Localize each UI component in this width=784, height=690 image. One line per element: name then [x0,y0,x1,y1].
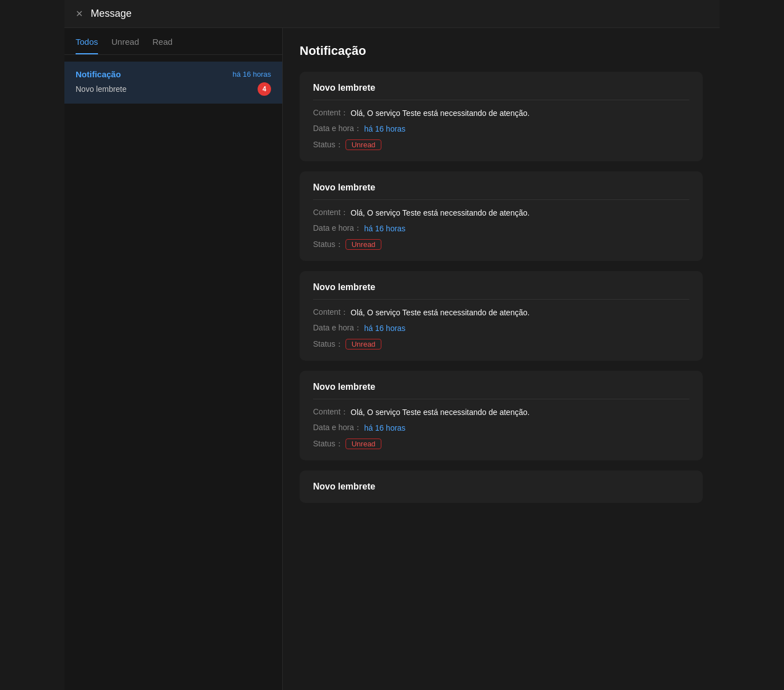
card-3-status-label: Status： [313,339,343,349]
window-title: Message [91,8,132,20]
tab-read[interactable]: Read [152,37,172,54]
main-layout: Todos Unread Read Notificação há 16 hora… [64,28,720,690]
sidebar: Todos Unread Read Notificação há 16 hora… [64,28,283,690]
notification-card-3: Novo lembrete Content： Olá, O serviço Te… [300,271,703,361]
card-4-content-field: Content： Olá, O serviço Teste está neces… [313,407,689,417]
notification-card-partial: Novo lembrete [300,470,703,503]
card-2-content-value: Olá, O serviço Teste está necessitando d… [351,208,530,217]
card-3-content-field: Content： Olá, O serviço Teste está neces… [313,307,689,318]
card-1-content-field: Content： Olá, O serviço Teste está neces… [313,108,689,118]
card-3-content-value: Olá, O serviço Teste está necessitando d… [351,308,530,317]
unread-badge: 4 [258,82,271,96]
card-2-content-field: Content： Olá, O serviço Teste está neces… [313,208,689,218]
sidebar-item-header: Notificação há 16 horas [76,69,271,79]
tab-unread[interactable]: Unread [111,37,139,54]
card-4-date-label: Data e hora： [313,423,362,433]
title-bar: ✕ Message [64,0,720,28]
card-4-status-field: Status： Unread [313,439,689,449]
detail-panel: Notificação Novo lembrete Content： Olá, … [283,28,720,690]
card-4-date-value: há 16 horas [364,423,405,432]
card-1-date-field: Data e hora： há 16 horas [313,124,689,134]
card-1-status-label: Status： [313,140,343,150]
sidebar-item-subtitle-row: Novo lembrete 4 [76,82,271,96]
card-2-content-label: Content： [313,208,348,218]
card-1-date-value: há 16 horas [364,124,405,133]
card-2-title: Novo lembrete [313,183,689,200]
notification-card-4: Novo lembrete Content： Olá, O serviço Te… [300,371,703,460]
sidebar-item-desc: Novo lembrete [76,85,127,94]
card-2-date-field: Data e hora： há 16 horas [313,223,689,234]
sidebar-list: Notificação há 16 horas Novo lembrete 4 [64,55,282,690]
tabs-bar: Todos Unread Read [64,28,282,55]
card-4-content-value: Olá, O serviço Teste está necessitando d… [351,408,530,417]
card-2-date-value: há 16 horas [364,224,405,233]
card-3-status-field: Status： Unread [313,339,689,349]
card-4-status-label: Status： [313,439,343,449]
detail-panel-title: Notificação [300,44,703,58]
partial-card-title: Novo lembrete [313,482,689,492]
card-1-content-value: Olá, O serviço Teste está necessitando d… [351,109,530,118]
card-2-status-label: Status： [313,240,343,250]
notification-card-2: Novo lembrete Content： Olá, O serviço Te… [300,171,703,261]
card-3-date-label: Data e hora： [313,323,362,333]
sidebar-item-title: Notificação [76,69,121,79]
card-1-title: Novo lembrete [313,83,689,100]
sidebar-item-time: há 16 horas [232,70,271,78]
card-4-status-badge: Unread [346,439,382,449]
card-3-date-value: há 16 horas [364,324,405,333]
card-2-date-label: Data e hora： [313,223,362,234]
card-1-status-field: Status： Unread [313,139,689,150]
tab-todos[interactable]: Todos [76,37,98,54]
card-2-status-field: Status： Unread [313,239,689,250]
sidebar-notification-item[interactable]: Notificação há 16 horas Novo lembrete 4 [64,62,282,104]
close-button[interactable]: ✕ [76,10,83,18]
card-3-status-badge: Unread [346,339,382,349]
card-4-date-field: Data e hora： há 16 horas [313,423,689,433]
card-1-status-badge: Unread [346,139,382,150]
card-4-content-label: Content： [313,407,348,417]
card-2-status-badge: Unread [346,239,382,250]
card-1-date-label: Data e hora： [313,124,362,134]
card-1-content-label: Content： [313,108,348,118]
card-3-title: Novo lembrete [313,282,689,300]
card-3-date-field: Data e hora： há 16 horas [313,323,689,333]
app-window: ✕ Message Todos Unread Read Notificação … [64,0,720,690]
card-3-content-label: Content： [313,307,348,318]
notification-card-1: Novo lembrete Content： Olá, O serviço Te… [300,72,703,161]
card-4-title: Novo lembrete [313,382,689,399]
